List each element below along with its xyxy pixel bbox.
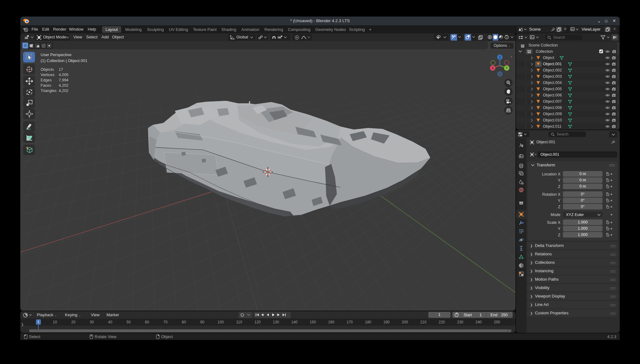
svg-text:Z: Z: [499, 56, 501, 59]
svg-text:X: X: [492, 66, 494, 70]
svg-text:Y: Y: [506, 66, 508, 70]
